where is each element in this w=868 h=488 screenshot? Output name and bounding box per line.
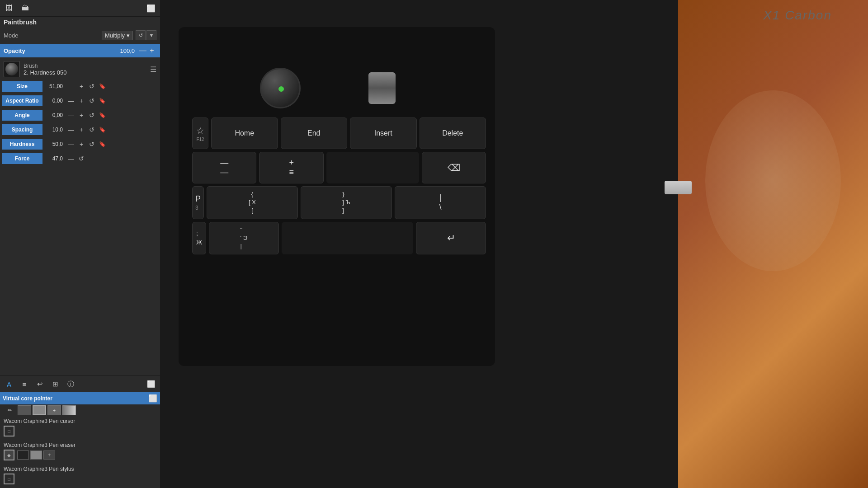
eraser-opt-black[interactable] [17,450,29,460]
key-plus-eq[interactable]: +≡ [259,152,323,183]
prop-row-spacing: Spacing 10,0 — + ↺ 🔖 [0,122,160,137]
spacing-controls: — + ↺ 🔖 [66,125,107,134]
hardness-minus-btn[interactable]: — [66,140,75,149]
angle-controls: — + ↺ 🔖 [66,111,107,120]
force-controls: — ↺ [66,154,86,163]
tab-grid-icon[interactable]: ⊞ [49,378,61,390]
size-minus-btn[interactable]: — [66,82,75,91]
eraser-opt-plus[interactable]: + [43,450,55,460]
aspect-ratio-btn[interactable]: Aspect Ratio [2,95,42,106]
key-enter[interactable]: ↵ [416,222,486,255]
key-row-3: P 3 {[ X[ }] Ъ] |\ [192,186,486,219]
angle-plus-btn[interactable]: + [77,111,86,120]
tab-collapse-icon[interactable]: ⬜ [145,378,157,390]
angle-bookmark-btn[interactable]: 🔖 [98,111,107,120]
angle-reset-btn[interactable]: ↺ [87,111,96,120]
aspect-ratio-bookmark-btn[interactable]: 🔖 [98,96,107,105]
hand-area [705,90,841,271]
hardness-reset-btn[interactable]: ↺ [87,140,96,149]
spacing-minus-btn[interactable]: — [66,125,75,134]
key-semicolon-zh[interactable]: ;Ж [192,222,206,255]
aspect-ratio-plus-btn[interactable]: + [77,96,86,105]
mode-reset-btns: ↺ ▼ [136,30,156,40]
force-minus-btn[interactable]: — [66,154,75,163]
spacing-bookmark-btn[interactable]: 🔖 [98,125,107,134]
opacity-plus-btn[interactable]: + [147,46,156,55]
size-btn[interactable]: Size [2,81,42,92]
hardness-btn[interactable]: Hardness [2,139,42,150]
device-pen-eraser-label: Wacom Graphire3 Pen eraser [4,442,156,448]
eraser-opt-light[interactable] [30,450,42,460]
device-pen-cursor-label: Wacom Graphire3 Pen cursor [4,418,156,424]
spacing-btn[interactable]: Spacing [2,124,42,135]
dial-dot [278,86,284,92]
key-empty-2 [282,222,414,255]
opacity-minus-btn[interactable]: — [138,46,147,55]
bottom-tabs: A ≡ ↩ ⊞ ⓘ ⬜ [0,375,160,392]
spacing-plus-btn[interactable]: + [77,125,86,134]
key-backspace[interactable]: ⌫ [422,152,486,183]
brand-text: X1 Carbon [763,8,832,23]
key-home[interactable]: Home [211,117,278,149]
force-reset-btn[interactable]: ↺ [77,154,86,163]
keys-area: ☆ F12 Home End Insert Delete —— +≡ ⌫ P 3 [192,117,486,357]
spacing-reset-btn[interactable]: ↺ [87,125,96,134]
brush-preview[interactable] [4,61,20,77]
key-pipe[interactable]: |\ [395,186,486,219]
opacity-label[interactable]: Opacity [4,47,120,54]
vcp-collapse-icon[interactable]: ⬜ [148,394,157,403]
prop-row-force: Force 47,0 — ↺ [0,151,160,166]
size-value: 51,00 [44,83,65,89]
hardness-bookmark-btn[interactable]: 🔖 [98,140,107,149]
mode-reset-btn[interactable]: ↺ [136,30,146,40]
hardness-plus-btn[interactable]: + [77,140,86,149]
mode-reset-btn2[interactable]: ▼ [146,30,156,40]
size-reset-btn[interactable]: ↺ [87,82,96,91]
brush-name[interactable]: 2. Hardness 050 [24,69,146,76]
aspect-ratio-minus-btn[interactable]: — [66,96,75,105]
vcp-sqplus-icon[interactable]: + [47,405,61,415]
key-quote-e[interactable]: "' Э| [209,222,279,255]
size-plus-btn[interactable]: + [77,82,86,91]
vcp-sq2-icon[interactable] [33,405,46,415]
tab-text-icon[interactable]: A [3,378,15,390]
prop-row-hardness: Hardness 50,0 — + ↺ 🔖 [0,137,160,151]
size-bookmark-btn[interactable]: 🔖 [98,82,107,91]
key-end[interactable]: End [281,117,348,149]
tab-list-icon[interactable]: ≡ [18,378,31,390]
key-minus-eq[interactable]: —— [192,152,256,183]
tab-info-icon[interactable]: ⓘ [64,378,77,390]
angle-minus-btn[interactable]: — [66,111,75,120]
device-pen-stylus-icon[interactable]: □ [4,474,14,484]
device-section-pen-eraser: Wacom Graphire3 Pen eraser ◆ + [0,440,160,464]
usb-connector [665,181,692,194]
vcp-sq1-icon[interactable] [18,405,31,415]
vcp-pen-icon[interactable]: ✏ [3,405,16,415]
landscape-icon[interactable]: 🏔 [19,2,32,14]
mode-dropdown[interactable]: Multiply ▾ [102,31,133,40]
brush-edit-btn[interactable]: ☰ [150,65,156,74]
dial-knob[interactable] [260,68,301,108]
scroll-wheel[interactable] [368,72,396,104]
keyboard-device: ☆ F12 Home End Insert Delete —— +≡ ⌫ P 3 [179,27,495,366]
key-insert[interactable]: Insert [350,117,417,149]
aspect-ratio-reset-btn[interactable]: ↺ [87,96,96,105]
angle-btn[interactable]: Angle [2,110,42,121]
device-pen-cursor-icon[interactable]: □ [4,426,14,436]
vcp-grad-icon[interactable] [62,405,76,415]
tab-undo-icon[interactable]: ↩ [33,378,46,390]
image-icon[interactable]: 🖼 [3,2,15,14]
device-pen-eraser-icon[interactable]: ◆ [4,450,14,460]
force-value: 47,0 [44,155,65,162]
key-star-f12[interactable]: ☆ F12 [192,117,208,149]
force-btn[interactable]: Force [2,153,42,164]
left-panel: 🖼 🏔 ⬜ Paintbrush Mode Multiply ▾ ↺ ▼ Opa… [0,0,160,488]
collapse-icon[interactable]: ⬜ [145,2,157,14]
prop-row-aspect-ratio: Aspect Ratio 0,00 — + ↺ 🔖 [0,94,160,108]
key-brace-close[interactable]: }] Ъ] [301,186,392,219]
key-delete[interactable]: Delete [420,117,486,149]
key-brace-open[interactable]: {[ X[ [207,186,298,219]
dial-area [260,68,305,113]
mode-label: Mode [4,32,99,39]
key-p3[interactable]: P 3 [192,186,204,219]
